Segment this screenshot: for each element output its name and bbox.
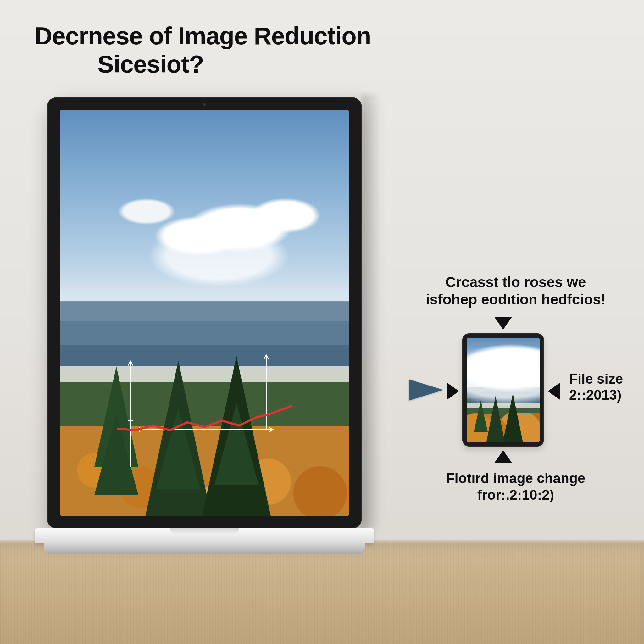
file-size-label: File size 2::2013) xyxy=(569,371,623,403)
down-triangle-icon xyxy=(494,317,512,330)
landscape-image-small xyxy=(467,338,540,442)
laptop-device xyxy=(47,97,362,560)
landscape-image-large xyxy=(60,110,349,516)
callout-caption: Crcasst tlo roses we isfohep eodıtion he… xyxy=(409,274,623,308)
camera-icon xyxy=(203,103,206,106)
laptop-screen-frame xyxy=(47,97,362,528)
pine-tree-icon xyxy=(199,356,274,516)
left-triangle-icon xyxy=(548,382,560,400)
right-triangle-icon xyxy=(447,382,459,400)
caption-line-2: isfohep eodıtion hedfcios! xyxy=(426,291,606,308)
title-line-2: Sicesiot? xyxy=(35,50,371,79)
bottom-label-line-1: Flotırd image change xyxy=(446,470,586,486)
tablet-device-small xyxy=(462,333,544,447)
file-size-line-2: 2::2013) xyxy=(569,387,621,403)
pine-tree-icon xyxy=(94,366,138,467)
tablet-screen xyxy=(467,338,540,442)
pine-tree-icon xyxy=(502,393,524,442)
title-line-1: Decrnese of Image Reduction xyxy=(35,22,371,50)
pointer-triangle-icon xyxy=(409,379,443,401)
trackpad-notch xyxy=(170,528,239,534)
bottom-label-line-2: fror:.2:10:2) xyxy=(409,487,623,503)
up-triangle-icon xyxy=(494,450,512,463)
laptop-base xyxy=(35,528,374,560)
bottom-label: Flotırd image change fror:.2:10:2) xyxy=(409,470,623,503)
device-shadow xyxy=(362,94,380,528)
laptop-screen xyxy=(60,110,349,516)
page-title: Decrnese of Image Reduction Sicesiot? xyxy=(35,22,371,78)
file-size-line-1: File size xyxy=(569,371,623,386)
caption-line-1: Crcasst tlo roses we xyxy=(445,274,586,290)
